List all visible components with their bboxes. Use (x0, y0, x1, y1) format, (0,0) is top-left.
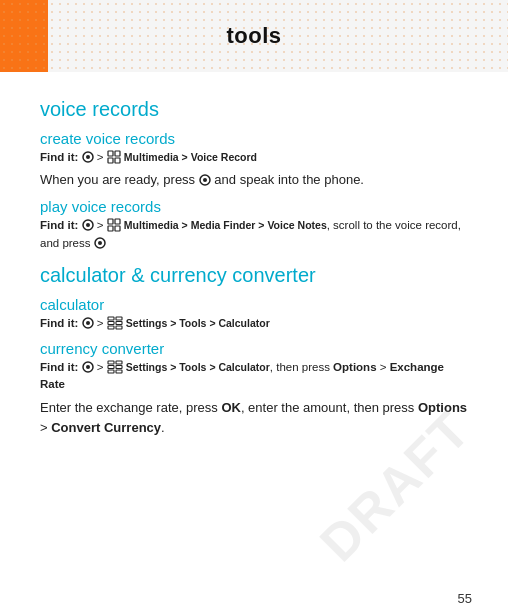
svg-rect-3 (115, 151, 120, 156)
svg-rect-10 (108, 219, 113, 224)
svg-rect-13 (115, 226, 120, 231)
orange-bar (0, 0, 48, 72)
svg-rect-19 (108, 321, 114, 324)
body-options-bold: Options (418, 400, 467, 415)
find-it-nav-play: Multimedia > Media Finder > Voice Notes (124, 219, 327, 231)
svg-point-25 (86, 365, 90, 369)
svg-rect-30 (116, 366, 122, 369)
svg-point-15 (98, 241, 102, 245)
svg-rect-22 (116, 321, 122, 324)
find-it-nav-calc: Settings > Tools > Calculator (126, 317, 270, 329)
svg-rect-29 (116, 361, 122, 364)
body-currency: Enter the exchange rate, press OK, enter… (40, 398, 468, 438)
page-number: 55 (458, 591, 472, 606)
subsection-create-voice-records: create voice records Find it: > (40, 130, 468, 190)
body-convert-bold: Convert Currency (51, 420, 161, 435)
header: tools (0, 0, 508, 72)
find-it-gt-currency: > (97, 361, 107, 373)
section-voice-records: voice records create voice records Find … (40, 96, 468, 252)
svg-rect-20 (108, 326, 114, 329)
find-it-calculator: Find it: > Settings > Tools > Calculator (40, 315, 468, 332)
find-it-gt-play: > (97, 219, 107, 231)
subsection-play-voice-records: play voice records Find it: > Multimedia… (40, 198, 468, 252)
subsection-heading-currency: currency converter (40, 340, 468, 357)
svg-rect-31 (116, 370, 122, 373)
subsection-heading-create: create voice records (40, 130, 468, 147)
svg-rect-5 (115, 158, 120, 163)
subsection-heading-calculator: calculator (40, 296, 468, 313)
find-it-icon-menu-1 (107, 151, 124, 163)
find-it-label-play: Find it: (40, 219, 82, 231)
svg-point-1 (86, 155, 90, 159)
find-it-nav-create: Multimedia > Voice Record (124, 151, 257, 163)
find-it-label-currency: Find it: (40, 361, 82, 373)
svg-rect-18 (108, 317, 114, 320)
svg-point-17 (86, 321, 90, 325)
subsection-currency-converter: currency converter Find it: > Settings > (40, 340, 468, 438)
svg-rect-26 (108, 361, 114, 364)
find-it-currency: Find it: > Settings > Tools > Calculator… (40, 359, 468, 394)
find-it-icon-circle-1 (82, 151, 97, 163)
svg-rect-11 (115, 219, 120, 224)
section-calculator-currency: calculator & currency converter calculat… (40, 262, 468, 438)
find-it-label-calc: Find it: (40, 317, 82, 329)
body-ok-bold: OK (221, 400, 241, 415)
section-heading-voice-records: voice records (40, 96, 468, 122)
main-content: voice records create voice records Find … (0, 72, 508, 458)
svg-point-9 (86, 223, 90, 227)
svg-rect-21 (116, 317, 122, 320)
find-it-nav-currency: Settings > Tools > Calculator (126, 361, 270, 373)
svg-rect-23 (116, 326, 122, 329)
svg-rect-2 (108, 151, 113, 156)
find-it-gt-calc: > (97, 317, 107, 329)
svg-rect-4 (108, 158, 113, 163)
find-it-create: Find it: > Multimedia (40, 149, 468, 166)
section-heading-calc-currency: calculator & currency converter (40, 262, 468, 288)
find-it-play: Find it: > Multimedia > Media Finder > V… (40, 217, 468, 252)
find-it-label-create: Find it: (40, 151, 82, 163)
page-title: tools (226, 23, 281, 49)
svg-point-7 (203, 178, 207, 182)
body-create: When you are ready, press and speak into… (40, 170, 468, 190)
find-it-gt-1: > (97, 151, 107, 163)
subsection-heading-play: play voice records (40, 198, 468, 215)
svg-rect-12 (108, 226, 113, 231)
svg-rect-27 (108, 366, 114, 369)
subsection-calculator: calculator Find it: > Settings > Tools > (40, 296, 468, 332)
svg-rect-28 (108, 370, 114, 373)
